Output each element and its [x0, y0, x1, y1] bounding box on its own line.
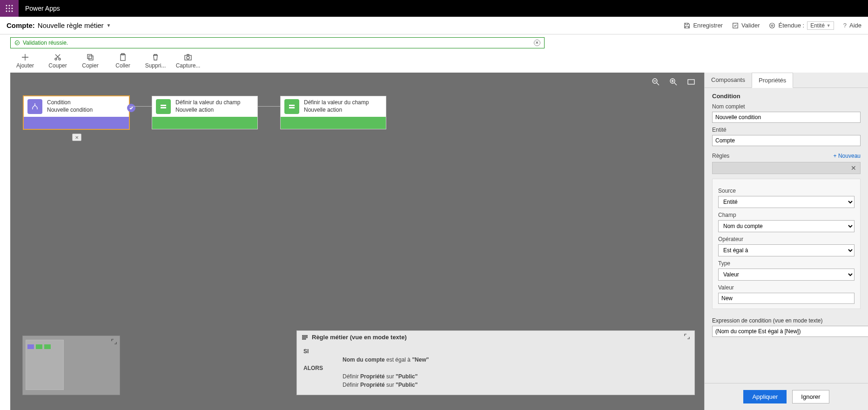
help-button[interactable]: ? Aide	[843, 22, 861, 29]
collapse-icon	[684, 334, 690, 339]
node-head: Définir la valeur du champ Nouvelle acti…	[152, 96, 257, 117]
fit-button[interactable]	[686, 77, 696, 87]
node-text: Condition Nouvelle condition	[47, 99, 93, 114]
svg-rect-28	[303, 335, 308, 336]
then-keyword: ALORS	[303, 365, 327, 371]
toolbar-copy[interactable]: Copier	[78, 53, 102, 69]
type-select[interactable]: Valeur	[718, 269, 855, 281]
node-strip	[152, 117, 257, 129]
svg-rect-26	[289, 105, 295, 106]
svg-rect-29	[303, 337, 308, 338]
toolbar-paste[interactable]: Coller	[111, 53, 135, 69]
scope-picker[interactable]: Étendue : Entité ▼	[769, 21, 834, 30]
display-name-input[interactable]	[712, 112, 861, 123]
node-text: Définir la valeur du champ Nouvelle acti…	[175, 99, 240, 114]
rules-label: Règles	[712, 153, 729, 159]
if-keyword: SI	[303, 348, 327, 355]
entity-input[interactable]	[712, 135, 861, 146]
chevron-down-icon: ▼	[827, 23, 831, 28]
value-input[interactable]	[718, 293, 855, 304]
minimap[interactable]	[22, 336, 120, 395]
branch-icon	[27, 99, 42, 114]
rule-item[interactable]: ✕	[712, 162, 861, 174]
command-bar: Compte: Nouvelle règle métier ▼ Enregist…	[0, 17, 868, 34]
scope-icon	[769, 22, 775, 29]
svg-point-10	[770, 23, 775, 28]
set-field-icon	[284, 99, 299, 114]
svg-point-6	[6, 11, 7, 12]
rule-detail: Source Entité Champ Nom du compte Opérat…	[712, 179, 861, 309]
if-line: Nom du compte est égal à "New"	[343, 356, 429, 363]
operator-label: Opérateur	[718, 236, 855, 242]
scope-value[interactable]: Entité ▼	[807, 21, 834, 30]
save-button[interactable]: Enregistrer	[684, 22, 723, 29]
svg-point-13	[55, 58, 57, 60]
top-actions: Enregistrer Valider Étendue : Entité ▼ ?…	[684, 21, 861, 30]
banner-close-button[interactable]: ✕	[534, 40, 540, 46]
field-select[interactable]: Nom du compte	[718, 220, 855, 232]
node-condition[interactable]: Condition Nouvelle condition ✕	[23, 96, 129, 129]
zoom-in-icon	[669, 78, 678, 86]
rule-title-dropdown[interactable]: Compte: Nouvelle règle métier ▼	[7, 21, 111, 29]
apply-button[interactable]: Appliquer	[743, 390, 787, 403]
check-circle-icon	[14, 40, 20, 46]
then-line: Définir Propriété sur "Public"	[343, 373, 417, 380]
source-select[interactable]: Entité	[718, 196, 855, 208]
validate-button[interactable]: Valider	[732, 22, 760, 29]
toolbar-delete[interactable]: Suppri...	[143, 53, 168, 69]
svg-rect-24	[161, 105, 166, 106]
text-view-collapse-button[interactable]	[684, 334, 690, 341]
toolbar-snapshot[interactable]: Capture...	[176, 53, 200, 69]
type-label: Type	[718, 260, 855, 267]
node-strip	[24, 117, 129, 129]
discard-button[interactable]: Ignorer	[792, 390, 829, 403]
text-view-panel: Règle métier (vue en mode texte) SI Nom …	[296, 330, 695, 395]
properties-scroll[interactable]: Condition Nom complet Entité Règles + No…	[705, 88, 868, 383]
toolbar: Ajouter Couper Copier Coller Suppri... C…	[0, 50, 868, 73]
svg-point-20	[187, 56, 189, 59]
rule-delete-button[interactable]: ✕	[851, 164, 856, 172]
banner-text: Validation réussie.	[23, 40, 68, 46]
zoom-out-button[interactable]	[651, 77, 660, 87]
connector	[258, 106, 280, 107]
svg-rect-30	[303, 338, 306, 339]
svg-rect-9	[733, 23, 738, 28]
text-view-title: Règle métier (vue en mode texte)	[312, 334, 407, 341]
scissors-icon	[54, 53, 62, 61]
zoom-toolbar	[651, 77, 696, 87]
node-title: Définir la valeur du champ	[304, 99, 369, 107]
zoom-out-icon	[652, 78, 660, 86]
then-line: Définir Propriété sur "Public"	[343, 382, 417, 388]
mm-node-action	[44, 344, 51, 349]
node-head: Définir la valeur du champ Nouvelle acti…	[281, 96, 386, 117]
svg-point-3	[6, 8, 7, 9]
mm-node-condition	[27, 344, 34, 349]
node-action-1[interactable]: Définir la valeur du champ Nouvelle acti…	[152, 96, 258, 129]
toolbar-add[interactable]: Ajouter	[13, 53, 37, 69]
save-icon	[684, 22, 690, 29]
help-icon: ?	[843, 22, 847, 29]
app-title: Power Apps	[25, 5, 60, 12]
tab-components[interactable]: Composants	[705, 73, 752, 87]
svg-point-1	[9, 5, 10, 7]
rule-icon	[302, 334, 308, 341]
waffle-icon	[6, 5, 13, 12]
svg-point-12	[15, 41, 20, 45]
trash-icon	[151, 53, 160, 61]
new-rule-link[interactable]: + Nouveau	[834, 153, 861, 159]
camera-icon	[184, 53, 192, 61]
validation-banner: Validation réussie. ✕	[10, 37, 545, 48]
node-action-2[interactable]: Définir la valeur du champ Nouvelle acti…	[280, 96, 386, 129]
tab-properties[interactable]: Propriétés	[752, 73, 793, 88]
toolbar-cut[interactable]: Couper	[46, 53, 70, 69]
canvas[interactable]: Condition Nouvelle condition ✕ Définir l…	[10, 73, 704, 410]
operator-select[interactable]: Est égal à	[718, 244, 855, 256]
text-view-body: SI Nom du compte est égal à "New" ALORS …	[297, 343, 694, 395]
svg-rect-15	[87, 54, 92, 59]
svg-point-11	[772, 25, 774, 27]
app-launcher-button[interactable]	[0, 0, 19, 17]
node-toggle-button[interactable]: ✕	[72, 134, 81, 141]
minimap-expand-button[interactable]	[111, 338, 117, 346]
zoom-in-button[interactable]	[669, 77, 678, 87]
expression-box	[712, 326, 868, 337]
